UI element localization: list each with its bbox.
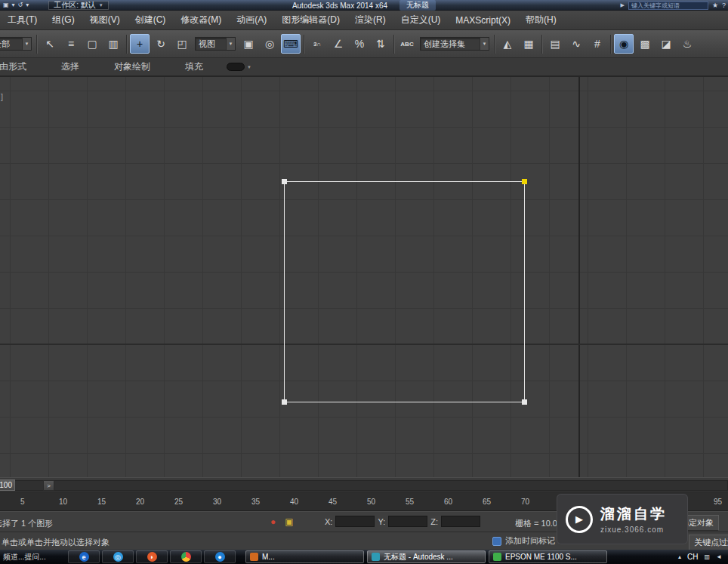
select-object-button[interactable]: ↖ [40,34,60,54]
browser-globe-button[interactable]: ● [204,550,236,563]
edit-named-selections-button[interactable]: ABC [397,34,417,54]
rendered-frame-button[interactable]: ◪ [656,34,676,54]
ribbon-tab[interactable]: 选择 [44,60,97,73]
ie-button[interactable]: e [68,550,100,563]
menu-item[interactable]: 工具(T) [0,14,45,26]
add-time-tag[interactable]: 添加时间标记 [492,535,555,547]
mirror-button[interactable]: ◭ [498,34,517,54]
chevron-down-icon[interactable]: ▼ [22,38,31,50]
chevron-down-icon[interactable]: ▼ [226,38,235,50]
volume-icon[interactable]: ◄ [716,553,722,560]
keyboard-override-icon: ⌨ [283,38,298,50]
menu-item[interactable]: 创建(C) [128,14,174,26]
favorites-icon[interactable]: ★ [712,2,718,9]
undo-icon[interactable]: ↺ [18,0,23,11]
task-button-m[interactable]: M... [245,550,364,563]
angle-snap-icon: ∠ [334,38,344,50]
task-button-3dsmax[interactable]: 无标题 - Autodesk ... [367,550,486,563]
media-player-button[interactable]: ◎ [102,550,134,563]
coordinate-field[interactable] [441,516,480,527]
add-time-tag-icon [492,537,501,546]
chrome-button[interactable] [170,550,202,563]
trackbar-tick: 70 [521,498,529,506]
next-frame-button[interactable]: > [43,480,54,491]
collapse-icon[interactable]: ▶ [621,2,625,8]
trackbar-tick: 30 [213,498,221,506]
selection-lock-icon[interactable]: ▣ [285,516,293,527]
menu-item[interactable]: 渲染(R) [347,14,393,26]
select-rotate-icon: ↻ [156,38,165,50]
rectangle-spline[interactable] [284,181,525,402]
key-filters-button[interactable]: 关键点过滤器... [689,535,728,550]
menu-item[interactable]: 帮助(H) [518,14,564,26]
menu-item[interactable]: 组(G) [45,14,82,26]
help-icon[interactable]: ? [722,2,726,9]
chevron-down-icon[interactable]: ▼ [480,38,489,50]
vertex-handle-tr[interactable] [522,179,527,184]
select-scale-button[interactable]: ◰ [172,34,192,54]
time-slider[interactable]: 0/100 > [0,477,728,492]
vertex-handle-bl[interactable] [282,399,287,405]
rect-selection-region-button[interactable]: ▢ [82,34,102,54]
trackbar-tick: 55 [406,498,414,506]
vertex-handle-tl[interactable] [282,179,287,184]
use-center-button[interactable]: ▣ [239,34,258,54]
app-button-icon[interactable]: ▣ [3,0,9,11]
coordinate-field[interactable] [335,516,375,527]
time-slider-handle[interactable]: 0/100 [0,479,15,491]
ref-coord-dropdown[interactable]: 视图▼ [195,37,236,51]
selection-filter-dropdown[interactable]: 全部▼ [0,37,32,51]
select-by-name-button[interactable]: ≡ [61,34,81,54]
document-title: 无标题 [399,0,436,11]
render-button[interactable]: ♨ [677,34,697,54]
layer-manager-button[interactable]: ▤ [545,34,565,54]
named-selection-sets-dropdown[interactable]: 创建选择集▼ [420,37,489,51]
language-indicator[interactable]: CH [687,553,698,561]
menu-item[interactable]: 图形编辑器(D) [274,14,347,26]
menu-item[interactable]: MAXScript(X) [448,15,518,26]
firefox-button[interactable]: ◗ [136,550,168,563]
snaps-toggle-button[interactable]: 3∩ [307,34,327,54]
render-setup-button[interactable]: ▩ [635,34,655,54]
schematic-view-button[interactable]: # [588,34,607,54]
ribbon-minimize-pill[interactable] [227,63,245,71]
ribbon-tab[interactable]: 填充 [168,60,221,73]
select-manipulate-button[interactable]: ◎ [260,34,279,54]
select-rotate-button[interactable]: ↻ [151,34,171,54]
curve-editor-button[interactable]: ∿ [566,34,586,54]
isolate-selection-icon[interactable]: ● [270,516,276,527]
menu-item[interactable]: 修改器(M) [173,14,229,26]
chevron-down-icon[interactable]: ▼ [247,65,251,69]
trackbar-tick: 5 [20,498,25,506]
task-button-epson[interactable]: EPSON ME 1100 S... [489,550,607,563]
keyboard-override-button[interactable]: ⌨ [281,34,301,54]
align-button[interactable]: ▦ [519,34,538,54]
search-input[interactable] [628,2,708,10]
menu-item[interactable]: 动画(A) [229,14,274,26]
window-crossing-button[interactable]: ▥ [103,34,123,54]
menu-item[interactable]: 自定义(U) [393,14,449,26]
taskbar-overflow-button[interactable]: 频道...提问... [3,552,68,562]
time-slider-track[interactable] [0,480,728,491]
vertex-handle-br[interactable] [522,399,527,405]
material-editor-button[interactable]: ◉ [614,34,634,54]
media-player-icon: ◎ [113,552,123,562]
select-move-button[interactable]: + [130,34,150,54]
show-hidden-icons[interactable]: ▴ [678,553,681,560]
spinner-snap-button[interactable]: ⇅ [371,34,390,54]
chevron-down-icon[interactable]: ▾ [26,0,29,11]
ribbon-tab[interactable]: 对象绘制 [97,60,168,73]
keyboard-layout-icon[interactable]: ▥ [705,553,711,560]
viewport-label[interactable]: ] [1,92,3,101]
titlebar: ▣▾↺▾ 工作区: 默认 ▼ Autodesk 3ds Max 2014 x64… [0,0,728,11]
workspace-dropdown[interactable]: 工作区: 默认 ▼ [48,1,109,10]
app-title: Autodesk 3ds Max 2014 x64 [292,2,387,10]
percent-snap-button[interactable]: % [350,34,369,54]
angle-snap-button[interactable]: ∠ [329,34,348,54]
menu-item[interactable]: 视图(V) [82,14,128,26]
coordinate-field[interactable] [388,516,427,527]
watermark-text: 溜溜自学 zixue.3066.com [600,504,667,534]
viewport[interactable]: ] [0,76,728,477]
chevron-down-icon[interactable]: ▾ [12,0,15,11]
ribbon-tab[interactable]: 自由形式 [0,60,44,73]
